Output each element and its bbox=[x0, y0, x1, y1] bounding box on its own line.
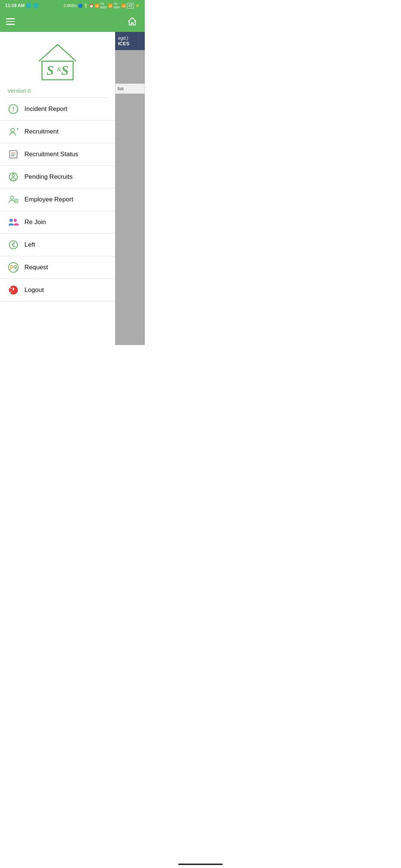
employee-report-icon bbox=[7, 194, 19, 206]
svg-text:+: + bbox=[16, 126, 19, 132]
svg-text:!: ! bbox=[12, 106, 14, 112]
menu-item-left[interactable]: Left bbox=[0, 234, 115, 256]
version-label: Version 0 bbox=[0, 85, 115, 98]
menu-list: ! Incident Report + Recruitment bbox=[0, 98, 115, 302]
menu-item-pending-recruits[interactable]: Pending Recruits bbox=[0, 166, 115, 188]
menu-label-incident-report: Incident Report bbox=[25, 105, 67, 113]
main-panel: S & S Version 0 ! Incident Report bbox=[0, 32, 115, 345]
right-panel-text2: ICES bbox=[118, 41, 142, 46]
menu-label-pending-recruits: Pending Recruits bbox=[25, 173, 72, 181]
recruitment-icon: + bbox=[7, 126, 19, 138]
menu-item-request[interactable]: Request bbox=[0, 256, 115, 279]
menu-label-request: Request bbox=[25, 264, 48, 271]
svg-text:S: S bbox=[46, 63, 54, 78]
svg-point-21 bbox=[14, 219, 17, 222]
svg-point-20 bbox=[10, 219, 13, 222]
right-panel-card: egd.) ICES bbox=[115, 32, 145, 50]
svg-point-16 bbox=[10, 196, 14, 200]
svg-point-6 bbox=[11, 128, 14, 132]
right-panel-text1: egd.) bbox=[118, 36, 142, 41]
navbar bbox=[0, 11, 145, 32]
status-right-icons: 0.0KB/s 🔵 🔋 ⏰ 📶 VoWiFi 📶 VoWiFi 📶 43 ⚡ bbox=[64, 2, 140, 9]
menu-item-logout[interactable]: Logout bbox=[0, 279, 115, 302]
recruitment-status-icon bbox=[7, 148, 19, 160]
svg-rect-17 bbox=[15, 199, 18, 203]
menu-item-recruitment-status[interactable]: Recruitment Status bbox=[0, 143, 115, 166]
menu-item-recruitment[interactable]: + Recruitment bbox=[0, 121, 115, 143]
left-icon bbox=[7, 239, 19, 251]
svg-point-13 bbox=[12, 174, 15, 177]
svg-rect-27 bbox=[13, 287, 14, 290]
logout-icon bbox=[7, 284, 19, 296]
menu-item-re-join[interactable]: Re Join bbox=[0, 211, 115, 234]
home-button[interactable] bbox=[125, 15, 139, 28]
incident-report-icon: ! bbox=[7, 103, 19, 115]
menu-item-incident-report[interactable]: ! Incident Report bbox=[0, 98, 115, 121]
status-time: 11:19 AM 🌐 🌐 bbox=[5, 3, 39, 8]
svg-point-22 bbox=[9, 241, 17, 249]
pending-recruits-icon bbox=[7, 171, 19, 183]
right-overlay-panel: egd.) ICES tus bbox=[115, 32, 145, 345]
menu-label-recruitment: Recruitment bbox=[25, 128, 59, 135]
svg-point-24 bbox=[10, 266, 13, 268]
menu-label-re-join: Re Join bbox=[25, 218, 46, 226]
status-bar: 11:19 AM 🌐 🌐 0.0KB/s 🔵 🔋 ⏰ 📶 VoWiFi 📶 Vo… bbox=[0, 0, 145, 11]
menu-item-employee-report[interactable]: Employee Report bbox=[0, 188, 115, 211]
right-panel-status: tus bbox=[115, 83, 145, 94]
hamburger-menu[interactable] bbox=[6, 18, 15, 25]
menu-label-logout: Logout bbox=[25, 286, 44, 294]
svg-point-25 bbox=[14, 266, 17, 268]
menu-label-employee-report: Employee Report bbox=[25, 196, 73, 203]
svg-point-23 bbox=[9, 263, 18, 272]
request-icon bbox=[7, 262, 19, 273]
menu-label-left: Left bbox=[25, 241, 35, 249]
re-join-icon bbox=[7, 216, 19, 228]
logo-area: S & S bbox=[0, 32, 115, 85]
svg-text:S: S bbox=[61, 63, 69, 78]
menu-label-recruitment-status: Recruitment Status bbox=[25, 151, 78, 158]
